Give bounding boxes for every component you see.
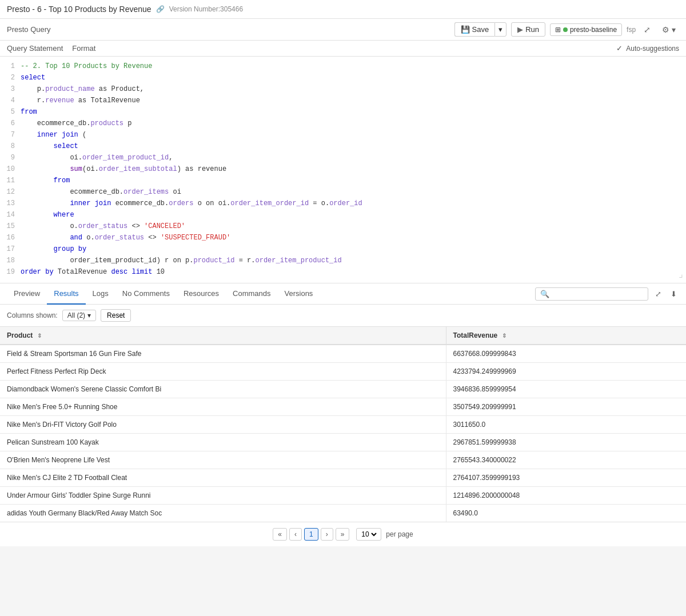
page-size-dropdown[interactable]: 10 25 50 <box>359 530 378 539</box>
toolbar: Presto Query 💾 Save ▾ ▶ Run ⊞ presto-bas… <box>0 19 686 41</box>
code-line-3: 3 p.product_name as Product, <box>0 84 686 95</box>
tab-query-statement[interactable]: Query Statement <box>7 43 63 54</box>
code-line-2: 2 select <box>0 73 686 84</box>
tab-no-comments[interactable]: No Comments <box>115 283 177 305</box>
table-row: Nike Men's CJ Elite 2 TD Football Cleat … <box>0 469 686 487</box>
table-row: Diamondback Women's Serene Classic Comfo… <box>0 381 686 398</box>
cell-revenue: 2967851.599999938 <box>446 434 686 451</box>
settings-button[interactable]: ⚙ ▾ <box>659 23 679 37</box>
cell-revenue: 2764107.3599999193 <box>446 469 686 487</box>
expand-button[interactable]: ⤢ <box>653 287 664 301</box>
cell-product: adidas Youth Germany Black/Red Away Matc… <box>0 505 446 522</box>
fsp-label: fsp <box>627 26 636 34</box>
cell-product: Perfect Fitness Perfect Rip Deck <box>0 363 446 381</box>
cell-revenue: 2765543.340000022 <box>446 451 686 469</box>
auto-suggestions-label[interactable]: Auto-suggestions <box>626 45 679 53</box>
tab-resources[interactable]: Resources <box>177 283 226 305</box>
code-line-13: 13 inner join ecommerce_db.orders o on o… <box>0 198 686 210</box>
cell-product: Pelican Sunstream 100 Kayak <box>0 434 446 451</box>
columns-label: Columns shown: <box>7 311 58 319</box>
connection-status-dot <box>563 27 568 32</box>
cell-product: Nike Men's Dri-FIT Victory Golf Polo <box>0 416 446 434</box>
save-button[interactable]: 💾 Save <box>454 22 495 37</box>
run-icon: ▶ <box>517 25 523 34</box>
code-line-11: 11 from <box>0 175 686 187</box>
connection-name: presto-baseline <box>570 26 617 34</box>
run-button[interactable]: ▶ Run <box>511 22 545 37</box>
query-label: Presto Query <box>7 25 51 34</box>
sort-icon-product: ⇕ <box>37 333 42 339</box>
table-row: Under Armour Girls' Toddler Spine Surge … <box>0 487 686 505</box>
title-bar: Presto - 6 - Top 10 Products by Revenue … <box>0 0 686 19</box>
tab-format[interactable]: Format <box>72 43 95 54</box>
sort-icon-revenue: ⇕ <box>502 333 506 339</box>
tab-results[interactable]: Results <box>47 283 85 305</box>
table-row: Perfect Fitness Perfect Rip Deck 4233794… <box>0 363 686 381</box>
code-line-4: 4 r.revenue as TotalRevenue <box>0 95 686 107</box>
next-page-button[interactable]: › <box>321 528 333 541</box>
link-icon[interactable]: 🔗 <box>156 5 165 13</box>
code-line-9: 9 oi.order_item_product_id, <box>0 153 686 164</box>
pagination: « ‹ 1 › » 10 25 50 per page <box>0 522 686 546</box>
code-line-5: 5 from <box>0 107 686 118</box>
fullscreen-button[interactable]: ⤢ <box>640 23 654 37</box>
check-icon: ✓ <box>616 44 623 53</box>
tab-search: 🔍 ⤢ ⬇ <box>535 287 679 301</box>
tab-commands[interactable]: Commands <box>226 283 277 305</box>
schema-icon: ⊞ <box>555 26 561 34</box>
search-box[interactable]: 🔍 <box>535 287 648 301</box>
version-label: Version Number:305466 <box>169 5 243 13</box>
code-line-12: 12 ecommerce_db.order_items oi <box>0 187 686 198</box>
search-icon: 🔍 <box>540 290 549 298</box>
page-title: Presto - 6 - Top 10 Products by Revenue <box>7 5 151 14</box>
cell-revenue: 4233794.249999969 <box>446 363 686 381</box>
table-row: O'Brien Men's Neoprene Life Vest 2765543… <box>0 451 686 469</box>
sub-toolbar-right: ✓ Auto-suggestions <box>616 44 679 53</box>
search-input[interactable] <box>552 290 643 298</box>
download-button[interactable]: ⬇ <box>668 287 679 301</box>
last-page-button[interactable]: » <box>336 528 350 541</box>
cell-revenue: 3946836.859999954 <box>446 381 686 398</box>
code-line-19: 19 order by TotalRevenue desc limit 10 <box>0 267 686 278</box>
cell-product: Field & Stream Sportsman 16 Gun Fire Saf… <box>0 345 446 363</box>
code-line-1: 1 -- 2. Top 10 Products by Revenue <box>0 61 686 73</box>
toolbar-left: Presto Query <box>7 25 450 34</box>
table-wrapper: Product ⇕ TotalRevenue ⇕ Field & Stream … <box>0 327 686 522</box>
save-dropdown-button[interactable]: ▾ <box>494 22 506 37</box>
cell-revenue: 1214896.2000000048 <box>446 487 686 505</box>
tab-versions[interactable]: Versions <box>278 283 320 305</box>
columns-select[interactable]: All (2) ▾ <box>62 310 96 321</box>
code-line-10: 10 sum(oi.order_item_subtotal) as revenu… <box>0 164 686 175</box>
reset-button[interactable]: Reset <box>101 309 131 322</box>
tab-logs[interactable]: Logs <box>86 283 115 305</box>
page-size-select[interactable]: 10 25 50 <box>356 528 381 541</box>
cell-product: O'Brien Men's Neoprene Life Vest <box>0 451 446 469</box>
table-row: Pelican Sunstream 100 Kayak 2967851.5999… <box>0 434 686 451</box>
results-tabs: Preview Results Logs No Comments Resourc… <box>0 283 686 305</box>
code-line-6: 6 ecommerce_db.products p <box>0 118 686 130</box>
first-page-button[interactable]: « <box>273 528 287 541</box>
data-table: Product ⇕ TotalRevenue ⇕ Field & Stream … <box>0 327 686 522</box>
tab-preview[interactable]: Preview <box>7 283 47 305</box>
cell-revenue: 3011650.0 <box>446 416 686 434</box>
col-header-revenue[interactable]: TotalRevenue ⇕ <box>446 327 686 345</box>
cell-revenue: 63490.0 <box>446 505 686 522</box>
columns-row: Columns shown: All (2) ▾ Reset <box>0 305 686 327</box>
save-btn-group: 💾 Save ▾ <box>454 22 507 37</box>
cell-revenue: 6637668.099999843 <box>446 345 686 363</box>
col-header-product[interactable]: Product ⇕ <box>0 327 446 345</box>
table-row: adidas Youth Germany Black/Red Away Matc… <box>0 505 686 522</box>
cell-product: Diamondback Women's Serene Classic Comfo… <box>0 381 446 398</box>
per-page-label: per page <box>386 530 413 538</box>
code-editor[interactable]: 1 -- 2. Top 10 Products by Revenue 2 sel… <box>0 57 686 283</box>
code-line-17: 17 group by <box>0 244 686 255</box>
connection-badge: ⊞ presto-baseline <box>550 23 622 36</box>
resize-handle[interactable]: ⌟ <box>678 268 684 282</box>
table-row: Nike Men's Free 5.0+ Running Shoe 350754… <box>0 398 686 416</box>
current-page-button[interactable]: 1 <box>304 528 318 541</box>
sub-toolbar: Query Statement Format ✓ Auto-suggestion… <box>0 41 686 57</box>
chevron-down-icon: ▾ <box>87 311 91 319</box>
code-line-18: 18 order_item_product_id) r on p.product… <box>0 255 686 267</box>
code-line-7: 7 inner join ( <box>0 130 686 141</box>
prev-page-button[interactable]: ‹ <box>289 528 302 541</box>
